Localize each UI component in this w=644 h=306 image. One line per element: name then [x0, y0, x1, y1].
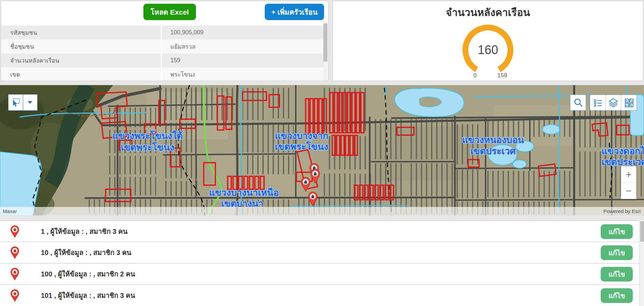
info-panel-scrollbar[interactable]: [323, 21, 327, 81]
scrollbar-thumb[interactable]: [640, 221, 644, 242]
map-search-button[interactable]: [570, 95, 586, 111]
edit-button[interactable]: แก้ไข: [601, 224, 633, 239]
household-row-text: 10 , ผู้ให้ข้อมูล : , สมาชิก 3 คน: [41, 247, 131, 258]
layers-button[interactable]: [605, 95, 621, 110]
household-row[interactable]: 1 , ผู้ให้ข้อมูล : , สมาชิก 3 คน แก้ไข: [0, 221, 639, 242]
map-canvas: แขวงพระโขนงใต้ เขตพระโขนง แขวงบางจาก เขต…: [0, 85, 644, 215]
row-label: รหัสชุมชน: [1, 26, 162, 39]
table-row: รหัสชุมชน 100,905,009: [1, 26, 323, 39]
map-view[interactable]: แขวงพระโขนงใต้ เขตพระโขนง แขวงบางจาก เขต…: [0, 85, 644, 215]
row-label: เขต: [1, 67, 162, 81]
household-row-text: 100 , ผู้ให้ข้อมูล : , สมาชิก 2 คน: [41, 269, 135, 279]
list-scrollbar[interactable]: [640, 221, 644, 306]
map-label: แขวงดอกไม้: [601, 146, 644, 156]
edit-button[interactable]: แก้ไข: [601, 267, 633, 281]
table-row: ชื่อชุมชน แย้มสรวล: [1, 39, 323, 53]
household-count-gauge: 160 0 159: [444, 19, 532, 80]
zoom-out-button[interactable]: −: [621, 183, 636, 199]
map-select-tool[interactable]: [8, 94, 37, 111]
gauge-max-label: 159: [497, 72, 507, 79]
household-row[interactable]: 101 , ผู้ให้ข้อมูล : , สมาชิก 3 คน แก้ไข: [0, 285, 639, 306]
add-household-button[interactable]: + เพิ่มครัวเรือน: [265, 4, 324, 20]
attribution-powered-by: Powered by Esri: [603, 208, 641, 214]
basemap-gallery-button[interactable]: [621, 95, 637, 110]
map-attribution: Maxar Powered by Esri: [0, 207, 644, 215]
map-label: แขวงบางจาก: [275, 131, 328, 141]
map-label: แขวงบางนาเหนือ: [209, 188, 279, 198]
layers-icon: [608, 97, 619, 108]
zoom-in-button[interactable]: +: [621, 166, 636, 183]
select-features-button[interactable]: [9, 95, 23, 110]
map-widget-group: [590, 95, 637, 111]
cursor-select-icon: [11, 97, 21, 108]
download-excel-button[interactable]: โหลด Excel: [143, 4, 196, 20]
select-tool-dropdown[interactable]: [23, 95, 37, 110]
basemap-grid-icon: [624, 97, 634, 108]
pin-icon: [10, 289, 19, 302]
gauge-min-label: 0: [473, 72, 476, 79]
table-row: เขต พระโขนง: [1, 67, 323, 81]
household-count-panel: จำนวนหลังคาเรือน 160 0 159: [333, 1, 643, 81]
pin-icon: [10, 268, 19, 280]
edit-button[interactable]: แก้ไข: [601, 288, 633, 303]
row-value: 159: [162, 57, 180, 64]
household-list: 1 , ผู้ให้ข้อมูล : , สมาชิก 3 คน แก้ไข 1…: [0, 220, 644, 306]
row-label: จำนวนหลังคาเรือน: [1, 53, 162, 67]
table-row: จำนวนหลังคาเรือน 159: [1, 53, 323, 67]
household-row[interactable]: 100 , ผู้ให้ข้อมูล : , สมาชิก 2 คน แก้ไข: [0, 263, 639, 285]
community-info-panel: โหลด Excel + เพิ่มครัวเรือน รหัสชุมชน 10…: [1, 1, 328, 81]
legend-list-icon: [593, 98, 603, 108]
caret-down-icon: [27, 101, 33, 104]
map-label: เขตพระโขนง: [275, 141, 328, 152]
row-value: แย้มสรวล: [162, 42, 196, 51]
row-value: พระโขนง: [162, 70, 195, 79]
pin-icon: [10, 246, 19, 259]
edit-button[interactable]: แก้ไข: [601, 245, 633, 260]
row-value: 100,905,009: [162, 29, 203, 36]
map-label: เขตพระโขนง: [121, 142, 174, 152]
household-row-text: 101 , ผู้ให้ข้อมูล : , สมาชิก 3 คน: [41, 290, 135, 301]
attribution-source: Maxar: [3, 208, 17, 214]
zoom-control: + −: [621, 166, 637, 199]
pin-icon: [10, 225, 19, 238]
map-label: แขวงหนองบอน: [462, 135, 524, 145]
legend-button[interactable]: [590, 95, 605, 110]
gauge-title: จำนวนหลังคาเรือน: [333, 4, 643, 20]
gauge-value: 160: [478, 43, 498, 57]
row-label: ชื่อชุมชน: [1, 39, 162, 53]
household-row[interactable]: 10 , ผู้ให้ข้อมูล : , สมาชิก 3 คน แก้ไข: [0, 242, 639, 263]
scrollbar-thumb[interactable]: [323, 23, 327, 62]
map-label: แขวงพระโขนงใต้: [112, 130, 183, 141]
community-info-table: รหัสชุมชน 100,905,009 ชื่อชุมชน แย้มสรวล…: [1, 26, 323, 81]
map-label: เขตประเวศ: [602, 157, 644, 167]
search-icon: [573, 98, 583, 108]
household-row-text: 1 , ผู้ให้ข้อมูล : , สมาชิก 3 คน: [41, 226, 127, 237]
map-label: เขตประเวศ: [471, 146, 516, 156]
